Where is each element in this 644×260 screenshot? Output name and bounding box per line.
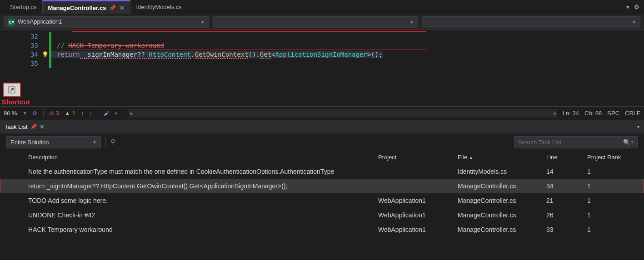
tab-startup[interactable]: Startup.cs bbox=[5, 0, 42, 14]
task-rank: 1 bbox=[587, 182, 637, 190]
chevron-down-icon[interactable]: ▼ bbox=[23, 111, 27, 116]
task-line: 34 bbox=[546, 182, 587, 190]
task-rank: 1 bbox=[587, 211, 637, 219]
tab-label: IdentityModels.cs bbox=[136, 4, 181, 10]
shortcut-arrow-icon bbox=[8, 86, 15, 93]
task-search-box[interactable]: 🔍▾ bbox=[514, 136, 638, 148]
tab-managecontroller[interactable]: ManageController.cs 📌 ✕ bbox=[42, 0, 131, 14]
col-rank[interactable]: Project Rank bbox=[587, 154, 637, 161]
close-icon[interactable]: ✕ bbox=[40, 123, 45, 130]
nav-bar: C#WebApplication1 ▼ ▼ ▼ bbox=[0, 15, 644, 30]
task-file: ManageController.cs bbox=[458, 182, 546, 190]
task-project: WebApplication1 bbox=[378, 226, 458, 233]
panel-title-label: Task List bbox=[5, 123, 28, 130]
task-rank: 1 bbox=[587, 197, 637, 204]
line-number: 35 bbox=[18, 60, 41, 67]
editor-status-bar: 90 % ▼ ⟳ ⊘3 ▲1 ↑ ↓ 🖌 ▾ ◂▸ Ln: 34 Ch: 86 … bbox=[0, 106, 644, 120]
code-line-34[interactable]: return _signInManager?? HttpContent.GetO… bbox=[51, 51, 383, 58]
line-number: 32 bbox=[18, 33, 41, 40]
gear-icon[interactable]: ⚙ bbox=[634, 4, 639, 10]
error-icon: ⊘ bbox=[49, 110, 54, 117]
scope-dropdown[interactable]: C#WebApplication1 ▼ bbox=[4, 16, 209, 28]
search-icon[interactable]: 🔍 bbox=[623, 139, 630, 146]
overflow-dropdown-icon[interactable]: ▾ bbox=[626, 4, 629, 10]
search-input[interactable] bbox=[518, 139, 618, 146]
chevron-down-icon: ▼ bbox=[409, 20, 414, 25]
task-desc: TODO Add some logic here. bbox=[28, 196, 378, 205]
task-list-toolbar: Entire Solution ▼ ⚲ 🔍▾ bbox=[0, 133, 644, 151]
editor-tab-bar: Startup.cs ManageController.cs 📌 ✕ Ident… bbox=[0, 0, 644, 15]
task-line: 33 bbox=[546, 226, 587, 233]
chevron-down-icon: ▼ bbox=[632, 20, 636, 25]
task-file: IdentityModels.cs bbox=[458, 168, 546, 175]
task-rank: 1 bbox=[587, 168, 637, 175]
eol-mode[interactable]: CRLF bbox=[625, 110, 640, 117]
task-desc: return _signInManager?? HttpContent.GetO… bbox=[28, 182, 378, 191]
tab-label: Startup.cs bbox=[10, 4, 37, 10]
task-row[interactable]: Note the authenticationType must match t… bbox=[0, 164, 644, 179]
task-list-table: Description Project File▲ Line Project R… bbox=[0, 151, 644, 237]
task-line: 14 bbox=[546, 168, 587, 175]
warning-icon: ▲ bbox=[65, 110, 70, 117]
code-editor[interactable]: Shortcut 32 33 // HACK Temporary workaro… bbox=[0, 30, 644, 106]
col-file[interactable]: File▲ bbox=[458, 154, 546, 161]
lightbulb-icon[interactable]: 💡 bbox=[41, 51, 49, 58]
cursor-col: Ch: 86 bbox=[584, 110, 602, 117]
error-count[interactable]: ⊘3 bbox=[49, 110, 59, 117]
sort-asc-icon: ▲ bbox=[469, 155, 473, 160]
task-desc: Note the authenticationType must match t… bbox=[28, 167, 378, 176]
task-row[interactable]: TODO Add some logic here. WebApplication… bbox=[0, 193, 644, 208]
col-project[interactable]: Project bbox=[378, 154, 458, 161]
line-number: 34 bbox=[18, 51, 41, 58]
pin-icon[interactable]: 📌 bbox=[110, 5, 116, 11]
task-file: ManageController.cs bbox=[458, 211, 546, 219]
scope-label: WebApplication1 bbox=[18, 18, 62, 25]
nav-down-icon[interactable]: ↓ bbox=[89, 110, 92, 117]
task-row[interactable]: UNDONE Check-in #42 WebApplication1 Mana… bbox=[0, 208, 644, 222]
task-file: ManageController.cs bbox=[458, 197, 546, 204]
task-desc: UNDONE Check-in #42 bbox=[28, 211, 378, 220]
csharp-icon: C# bbox=[8, 19, 15, 26]
type-dropdown[interactable]: ▼ bbox=[213, 16, 418, 28]
task-desc: HACK Temporary workaround bbox=[28, 226, 378, 234]
chevron-down-icon: ▼ bbox=[200, 20, 205, 25]
shortcut-annotation-box bbox=[3, 83, 21, 97]
chevron-down-icon[interactable]: ▾ bbox=[637, 124, 639, 129]
shortcut-annotation-label: Shortcut bbox=[2, 98, 30, 106]
task-rank: 1 bbox=[587, 226, 637, 233]
table-header: Description Project File▲ Line Project R… bbox=[0, 151, 644, 164]
close-icon[interactable]: ✕ bbox=[120, 5, 125, 11]
zoom-level[interactable]: 90 % bbox=[4, 110, 17, 117]
indent-mode[interactable]: SPC bbox=[607, 110, 619, 117]
task-line: 26 bbox=[546, 211, 587, 219]
horizontal-scrollbar[interactable]: ◂▸ bbox=[129, 109, 557, 118]
cleanup-icon[interactable]: 🖌 bbox=[104, 110, 110, 117]
task-row[interactable]: return _signInManager?? HttpContent.GetO… bbox=[0, 179, 644, 193]
task-project: WebApplication1 bbox=[378, 211, 458, 219]
line-number: 33 bbox=[18, 42, 41, 49]
chevron-down-icon[interactable]: ▾ bbox=[631, 140, 634, 144]
col-line[interactable]: Line bbox=[546, 154, 587, 161]
task-scope-dropdown[interactable]: Entire Solution ▼ bbox=[6, 136, 101, 148]
chevron-down-icon: ▼ bbox=[92, 140, 97, 145]
pin-icon[interactable]: 📌 bbox=[30, 124, 37, 130]
nav-up-icon[interactable]: ↑ bbox=[81, 110, 84, 117]
task-file: ManageController.cs bbox=[458, 226, 546, 233]
task-line: 21 bbox=[546, 197, 587, 204]
task-row[interactable]: HACK Temporary workaround WebApplication… bbox=[0, 222, 644, 237]
chevron-down-icon[interactable]: ▾ bbox=[115, 111, 117, 116]
col-description[interactable]: Description bbox=[28, 154, 378, 161]
task-list-panel-title: Task List 📌 ✕ ▾ bbox=[0, 120, 644, 133]
filter-icon[interactable]: ⚲ bbox=[110, 138, 115, 146]
task-project: WebApplication1 bbox=[378, 197, 458, 204]
member-dropdown[interactable]: ▼ bbox=[422, 16, 640, 28]
cursor-line: Ln: 34 bbox=[563, 110, 579, 117]
tab-identitymodels[interactable]: IdentityModels.cs bbox=[130, 0, 187, 14]
tab-label: ManageController.cs bbox=[48, 5, 106, 11]
health-icon[interactable]: ⟳ bbox=[33, 110, 38, 117]
warning-count[interactable]: ▲1 bbox=[65, 110, 75, 117]
